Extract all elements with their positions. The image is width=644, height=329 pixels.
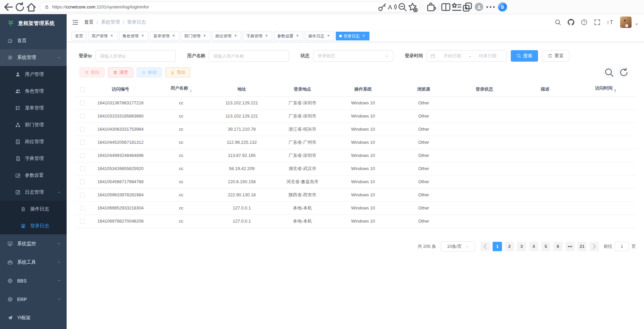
reset-button[interactable]: 重置 (542, 50, 569, 62)
read-aloud-icon[interactable]: A (387, 2, 397, 12)
password-key-icon[interactable] (377, 2, 387, 12)
page-button-5[interactable]: 5 (541, 242, 550, 251)
split-screen-icon[interactable] (440, 2, 451, 12)
sidebar-item-menu-mgmt[interactable]: 菜单管理 (0, 100, 67, 117)
sidebar-item-system-tools[interactable]: 系统工具 (0, 253, 67, 271)
add-favorite-icon[interactable] (407, 2, 418, 12)
sidebar-item-operation-log[interactable]: 操作日志 (0, 201, 67, 218)
select-all-checkbox[interactable] (80, 87, 85, 92)
login-ip-input[interactable] (96, 50, 176, 62)
end-date-placeholder[interactable]: 结束日期 (472, 53, 503, 59)
collapse-sidebar-icon[interactable] (72, 19, 78, 26)
more-icon[interactable] (485, 2, 496, 12)
tab-dict-mgmt[interactable]: 字典管理× (243, 32, 272, 40)
row-checkbox[interactable] (80, 140, 85, 145)
delete-button[interactable]: 删除 (79, 67, 105, 77)
sidebar-item-user-mgmt[interactable]: 用户管理 (0, 66, 67, 83)
start-date-placeholder[interactable]: 开始日期 (437, 53, 468, 59)
date-range-picker[interactable]: 开始日期 - 结束日期 (427, 50, 507, 62)
row-checkbox[interactable] (80, 206, 85, 210)
close-tab-icon[interactable]: × (171, 34, 176, 38)
unlock-button[interactable]: 解锁 (137, 67, 162, 77)
breadcrumb-item[interactable]: 首页 (84, 19, 94, 25)
close-tab-icon[interactable]: × (326, 34, 331, 38)
next-page-button[interactable] (589, 242, 599, 251)
row-checkbox[interactable] (80, 179, 85, 184)
tab-param-settings[interactable]: 参数设置× (274, 32, 303, 40)
duplicate-tab-icon[interactable] (462, 2, 473, 12)
sidebar-item-log-mgmt[interactable]: 日志管理 (0, 184, 67, 201)
row-checkbox[interactable] (80, 101, 85, 105)
column-header-visit-time[interactable]: 访问时间 (575, 83, 636, 96)
status-select[interactable]: 登录状态 (313, 50, 393, 62)
page-button-6[interactable]: 6 (553, 242, 563, 251)
close-tab-icon[interactable]: × (295, 34, 300, 38)
page-button-2[interactable]: 2 (505, 242, 514, 251)
refresh-circle-button[interactable] (618, 67, 629, 78)
more-pages-button[interactable]: ••• (565, 242, 575, 251)
collections-icon[interactable] (451, 2, 462, 12)
row-checkbox[interactable] (80, 114, 85, 119)
clear-button[interactable]: 清空 (108, 67, 133, 77)
sidebar-item-erp[interactable]: ERP (0, 290, 67, 308)
page-button-21[interactable]: 21 (577, 242, 587, 251)
search-icon[interactable] (554, 19, 561, 26)
sidebar-item-home[interactable]: 首页 (0, 32, 67, 49)
profile-avatar[interactable] (475, 3, 483, 11)
sidebar-item-system-monitor[interactable]: 系统监控 (0, 234, 67, 253)
refresh-icon[interactable] (14, 1, 26, 13)
show-search-circle-button[interactable] (604, 67, 614, 78)
row-checkbox[interactable] (80, 193, 85, 197)
page-button-4[interactable]: 4 (529, 242, 538, 251)
tab-user-mgmt[interactable]: 用户管理× (88, 32, 117, 40)
tab-operation-log[interactable]: 操作日志× (305, 32, 334, 40)
sidebar-item-dept-mgmt[interactable]: 部门管理 (0, 117, 67, 133)
page-button-1[interactable]: 1 (493, 242, 502, 251)
row-checkbox[interactable] (80, 166, 85, 171)
sidebar-item-yi-framework[interactable]: Yi框架 (0, 308, 67, 327)
user-name-input[interactable] (209, 50, 289, 62)
sidebar-item-login-log[interactable]: 登录日志 (0, 218, 67, 234)
export-button[interactable]: 导出 (165, 67, 190, 77)
sort-caret-icon[interactable] (614, 88, 616, 94)
tab-home[interactable]: 首页 (72, 32, 86, 40)
close-tab-icon[interactable]: × (264, 34, 269, 38)
zoom-out-icon[interactable] (397, 2, 407, 12)
help-icon[interactable]: ? (581, 19, 587, 26)
tab-login-log[interactable]: 登录日志× (336, 32, 369, 40)
jump-page-input[interactable] (615, 242, 629, 251)
fullscreen-icon[interactable] (594, 19, 601, 26)
close-tab-icon[interactable]: × (361, 34, 366, 38)
sidebar-item-bbs[interactable]: BBS (0, 271, 67, 290)
sidebar-item-dict-mgmt[interactable]: 字典管理 (0, 150, 67, 167)
user-avatar[interactable] (620, 17, 632, 28)
site-lock-icon[interactable] (44, 5, 49, 9)
row-checkbox[interactable] (80, 153, 85, 158)
back-icon[interactable] (3, 1, 14, 13)
close-tab-icon[interactable]: × (140, 34, 145, 38)
search-button[interactable]: 搜索 (511, 50, 538, 62)
close-tab-icon[interactable]: × (233, 34, 238, 38)
tab-post-mgmt[interactable]: 岗位管理× (212, 32, 241, 40)
close-tab-icon[interactable]: × (109, 34, 114, 38)
close-tab-icon[interactable]: × (202, 34, 207, 38)
address-bar[interactable]: https://ccnetcore.com:1101/system/log/lo… (40, 2, 420, 12)
sidebar-item-system-mgmt[interactable]: 系统管理 (0, 49, 67, 66)
sidebar-item-post-mgmt[interactable]: 岗位管理 (0, 133, 67, 150)
copilot-icon[interactable]: b (498, 2, 507, 11)
sidebar-item-param-settings[interactable]: 参数设置 (0, 167, 67, 184)
row-checkbox[interactable] (80, 219, 85, 224)
prev-page-button[interactable] (480, 242, 490, 251)
page-button-3[interactable]: 3 (517, 242, 526, 251)
font-size-icon[interactable]: TT (607, 19, 614, 26)
sidebar-item-role-mgmt[interactable]: 角色管理 (0, 83, 67, 100)
row-checkbox[interactable] (80, 127, 85, 132)
url-text[interactable]: https://ccnetcore.com:1101/system/log/lo… (52, 4, 149, 9)
tab-dept-mgmt[interactable]: 部门管理× (181, 32, 210, 40)
tab-role-mgmt[interactable]: 角色管理× (119, 32, 148, 40)
sort-caret-icon[interactable] (190, 88, 192, 94)
column-header-user-name[interactable]: 用户名称 (151, 83, 211, 96)
home-icon[interactable] (26, 1, 37, 13)
tab-menu-mgmt[interactable]: 菜单管理× (150, 32, 179, 40)
extensions-icon[interactable] (426, 2, 437, 12)
